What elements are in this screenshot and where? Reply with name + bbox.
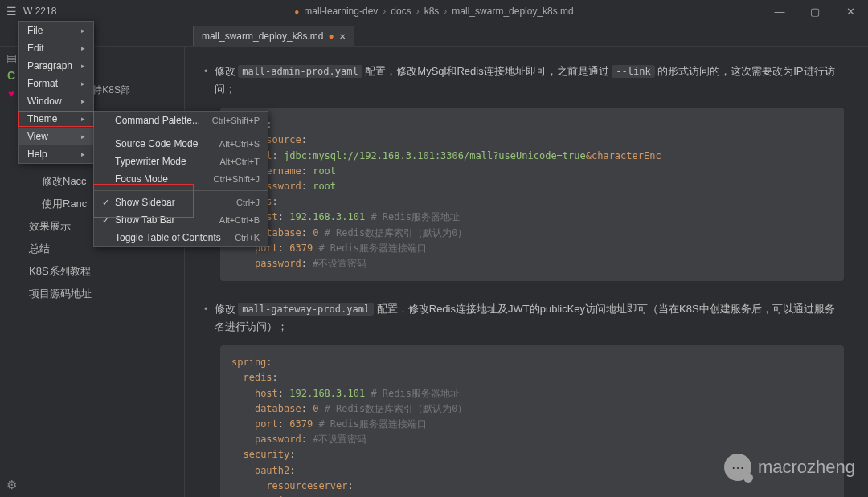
tab-document[interactable]: mall_swarm_deploy_k8s.md ● ✕ bbox=[193, 26, 354, 46]
paragraph: • 修改 mall-gateway-prod.yaml 配置，修改Redis连接… bbox=[204, 300, 844, 336]
submenu-source-code-mode[interactable]: Source Code ModeAlt+Ctrl+S bbox=[94, 135, 268, 153]
inline-code: mall-gateway-prod.yaml bbox=[238, 303, 374, 316]
window-title: W 2218 bbox=[23, 6, 56, 17]
chevron-right-icon: ▸ bbox=[81, 132, 85, 141]
chevron-right-icon: ▸ bbox=[81, 97, 85, 105]
chevron-right-icon: › bbox=[444, 6, 447, 17]
menu-format[interactable]: Format▸ bbox=[19, 75, 93, 92]
paragraph: • 修改 mall-admin-prod.yaml 配置，修改MySql和Red… bbox=[204, 63, 844, 98]
chevron-right-icon: › bbox=[416, 6, 420, 17]
minimize-button[interactable]: — bbox=[762, 0, 797, 22]
watermark-text: macrozheng bbox=[758, 457, 855, 478]
bullet-icon: • bbox=[204, 63, 208, 98]
chevron-right-icon: ▸ bbox=[81, 79, 85, 88]
gear-icon[interactable]: ⚙ bbox=[6, 478, 17, 492]
chevron-right-icon: ▸ bbox=[81, 44, 85, 52]
menu-edit[interactable]: Edit▸ bbox=[19, 39, 93, 57]
submenu-typewriter-mode[interactable]: Typewriter ModeAlt+Ctrl+T bbox=[94, 153, 268, 170]
menu-separator bbox=[94, 132, 268, 132]
menu-theme[interactable]: Theme▸ bbox=[19, 110, 93, 128]
menu-file[interactable]: File▸ bbox=[19, 22, 93, 39]
breadcrumb-item[interactable]: mall_swarm_deploy_k8s.md bbox=[452, 6, 573, 17]
breadcrumb-item[interactable]: mall-learning-dev bbox=[304, 6, 378, 17]
chevron-right-icon: ▸ bbox=[81, 150, 85, 158]
wechat-icon: ⋯ bbox=[724, 454, 751, 481]
main-menu: File▸ Edit▸ Paragraph▸ Format▸ Window▸ T… bbox=[18, 21, 94, 164]
menu-window[interactable]: Window▸ bbox=[19, 92, 93, 110]
submenu-show-tab-bar[interactable]: ✓Show Tab BarAlt+Ctrl+B bbox=[94, 211, 268, 229]
editor-content[interactable]: • 修改 mall-admin-prod.yaml 配置，修改MySql和Red… bbox=[185, 47, 868, 497]
watermark: ⋯ macrozheng bbox=[724, 454, 855, 481]
breadcrumb-item[interactable]: docs bbox=[391, 6, 411, 17]
submenu-focus-mode[interactable]: Focus ModeCtrl+Shift+J bbox=[94, 170, 268, 188]
inline-code: mall-admin-prod.yaml bbox=[238, 65, 362, 78]
close-button[interactable]: ✕ bbox=[833, 0, 868, 22]
menu-view[interactable]: View▸ bbox=[19, 128, 93, 145]
menu-help[interactable]: Help▸ bbox=[19, 145, 93, 163]
chevron-right-icon: ▸ bbox=[81, 26, 85, 35]
tab-close-icon[interactable]: ✕ bbox=[339, 32, 346, 41]
check-icon: ✓ bbox=[102, 215, 115, 226]
menu-paragraph[interactable]: Paragraph▸ bbox=[19, 57, 93, 75]
bullet-icon: • bbox=[204, 300, 208, 336]
tab-row: mall_swarm_deploy_k8s.md ● ✕ bbox=[0, 22, 868, 47]
titlebar: ☰ W 2218 ● mall-learning-dev › docs › k8… bbox=[0, 0, 868, 22]
submenu-command-palette[interactable]: Command Palette...Ctrl+Shift+P bbox=[94, 112, 268, 129]
breadcrumb-item[interactable]: k8s bbox=[424, 6, 440, 17]
menu-separator bbox=[94, 190, 268, 191]
submenu-show-sidebar[interactable]: ✓Show SidebarCtrl+J bbox=[94, 194, 268, 211]
check-icon: ✓ bbox=[102, 198, 115, 208]
chevron-right-icon: › bbox=[383, 6, 386, 17]
code-block[interactable]: spring: datasource: url: jdbc:mysql://19… bbox=[220, 108, 844, 281]
view-submenu: Command Palette...Ctrl+Shift+P Source Co… bbox=[93, 111, 268, 247]
tab-label: mall_swarm_deploy_k8s.md bbox=[202, 31, 323, 42]
modified-dot-icon: ● bbox=[294, 7, 299, 16]
tree-item[interactable]: 项目源码地址 bbox=[0, 283, 184, 305]
chevron-right-icon: ▸ bbox=[81, 115, 85, 123]
tab-modified-dot: ● bbox=[328, 31, 334, 42]
breadcrumb: ● mall-learning-dev › docs › k8s › mall_… bbox=[294, 6, 574, 17]
maximize-button[interactable]: ▢ bbox=[797, 0, 833, 22]
submenu-toggle-toc[interactable]: Toggle Table of ContentsCtrl+K bbox=[94, 229, 268, 246]
inline-code: --link bbox=[612, 65, 654, 78]
hamburger-icon[interactable]: ☰ bbox=[6, 5, 17, 18]
tree-item[interactable]: K8S系列教程 bbox=[0, 260, 184, 283]
chevron-right-icon: ▸ bbox=[81, 62, 85, 70]
